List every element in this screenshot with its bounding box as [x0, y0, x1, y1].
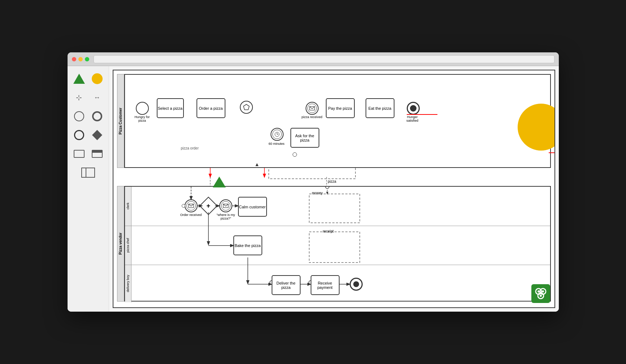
close-button[interactable] [72, 57, 76, 61]
timer-label: 60 minutes [266, 142, 288, 146]
rect-outline-icon [74, 150, 85, 158]
vendor-pool-area: clerk pizza chef delivery boy [124, 186, 551, 302]
rect-header-icon [92, 150, 103, 158]
watermark-icon [534, 287, 547, 300]
gateway-pentagon[interactable] [240, 101, 253, 114]
select-pizza-task[interactable]: Select a pizza [157, 98, 184, 118]
resize-icon: ↔ [94, 94, 100, 101]
svg-marker-33 [243, 104, 249, 110]
circle-thick-icon [74, 130, 84, 140]
rect-outline-shape[interactable] [72, 147, 86, 161]
flow-circle-1 [182, 204, 185, 208]
receive-payment-task[interactable]: Receive payment [311, 275, 340, 295]
canvas-area[interactable]: Pizza Customer Pizza vendor Hungry for p… [109, 66, 559, 312]
order-received-label: Order received [180, 213, 202, 217]
timer-event[interactable] [271, 128, 284, 141]
ask-pizza-task[interactable]: Ask for the pizza [290, 128, 319, 148]
circle-thick-shape[interactable] [72, 128, 86, 142]
sidebar: ⊹ ↔ [68, 66, 109, 312]
sidebar-row-4 [72, 128, 104, 142]
watermark [531, 284, 550, 303]
traffic-lights [72, 57, 89, 61]
calm-customer-task[interactable]: Calm customer [238, 197, 267, 217]
sidebar-row-2: ⊹ ↔ [72, 90, 104, 105]
diagram-container: Pizza Customer Pizza vendor Hungry for p… [113, 70, 555, 308]
svg-point-61 [540, 295, 542, 297]
pizza-vendor-label: Pizza vendor [117, 186, 124, 302]
resize-tool[interactable]: ↔ [90, 90, 104, 105]
svg-point-59 [538, 290, 540, 292]
minimize-button[interactable] [78, 57, 83, 61]
circle-double-icon [92, 111, 102, 121]
svg-point-60 [542, 290, 544, 292]
customer-pool-area: Hungry for pizza Select a pizza Order a … [124, 74, 551, 168]
svg-point-53 [325, 187, 329, 188]
browser-content: ⊹ ↔ [68, 66, 559, 312]
move-tool[interactable]: ⊹ [72, 90, 86, 105]
sidebar-row-5 [72, 147, 104, 161]
sidebar-row-1 [72, 72, 104, 86]
circle-yellow-shape[interactable] [90, 72, 104, 86]
start-event[interactable] [136, 102, 149, 115]
maximize-button[interactable] [85, 57, 89, 61]
panel-shape[interactable] [81, 165, 95, 180]
move-icon: ⊹ [76, 93, 82, 102]
triangle-shape[interactable] [72, 72, 86, 86]
red-line-right [407, 114, 437, 115]
money-label: money [312, 191, 323, 195]
clerk-lane-label: clerk [125, 187, 131, 226]
panel-icon [81, 168, 95, 178]
diamond-shape[interactable] [90, 128, 104, 142]
rect-header-shape[interactable] [90, 147, 104, 161]
hunger-satisfied-event[interactable] [407, 102, 420, 115]
green-triangle-flow [213, 177, 226, 187]
browser-window: ⊹ ↔ [68, 52, 559, 312]
gateway-arrow-up: ▲ [255, 162, 259, 166]
where-pizza-label: "where is my pizza?" [214, 213, 238, 220]
pizza-chef-lane-label: pizza chef [125, 226, 131, 265]
pizza-order-label: pizza order [181, 146, 199, 150]
pizza-label: pizza [328, 179, 336, 183]
sidebar-row-6 [81, 165, 95, 180]
yellow-circle-decoration [518, 104, 555, 151]
diamond-icon [92, 130, 102, 140]
svg-rect-51 [309, 232, 360, 263]
pizza-customer-label: Pizza Customer [117, 74, 124, 168]
triangle-green-icon [73, 74, 85, 84]
pizza-received-label: pizza received [301, 115, 323, 119]
deliver-pizza-task[interactable]: Deliver the pizza [272, 275, 301, 295]
browser-titlebar [68, 52, 559, 66]
red-line-up [549, 152, 555, 153]
gateway-plus[interactable]: + [199, 197, 217, 215]
pay-pizza-task[interactable]: Pay the pizza [326, 98, 355, 118]
circle-double-shape[interactable] [90, 109, 104, 124]
hungry-label: Hungry for pizza [131, 115, 153, 122]
order-pizza-task[interactable]: Order a pizza [197, 98, 225, 118]
address-bar[interactable] [94, 55, 554, 63]
gateway-circle-1 [293, 152, 297, 157]
bake-pizza-task[interactable]: Bake the pizza [233, 235, 262, 255]
circle-outline-shape[interactable] [72, 109, 86, 124]
order-received-event[interactable] [185, 199, 198, 212]
sidebar-row-3 [72, 109, 104, 124]
eat-pizza-task[interactable]: Eat the pizza [366, 98, 394, 118]
end-event-delivery[interactable] [350, 278, 363, 291]
hunger-satisfied-label: Hunger satisfied [402, 115, 423, 122]
pizza-received-event[interactable] [306, 102, 319, 115]
svg-rect-50 [309, 194, 360, 223]
circle-yellow-icon [92, 73, 103, 84]
delivery-boy-lane-label: delivery boy [125, 265, 131, 302]
circle-outline-icon [74, 111, 84, 121]
receipt-label: receipt [323, 229, 334, 233]
where-pizza-event[interactable] [219, 199, 232, 212]
